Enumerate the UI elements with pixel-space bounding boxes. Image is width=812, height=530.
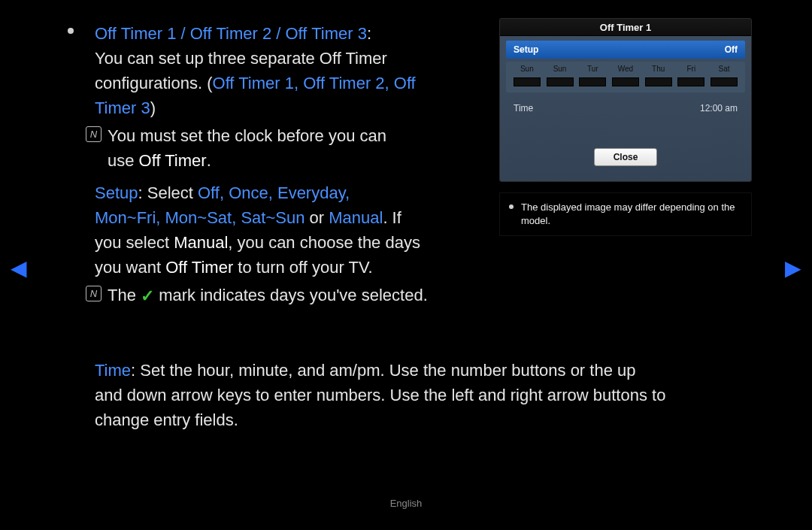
- day-checkbox[interactable]: [710, 77, 738, 86]
- time-description: Time: Set the hour, minute, and am/pm. U…: [95, 358, 743, 432]
- note1-bold: Off Timer: [139, 151, 207, 170]
- day-checkbox[interactable]: [579, 77, 606, 86]
- line3-bold: Timer 3: [95, 98, 150, 117]
- note2-b: mark indicates days you've selected.: [159, 286, 428, 304]
- day-checkbox[interactable]: [677, 77, 704, 86]
- day-label: Thu: [645, 65, 672, 73]
- panel-time-label: Time: [514, 103, 533, 114]
- day-checkbox[interactable]: [645, 77, 672, 86]
- line2a: configurations. (: [95, 74, 213, 92]
- nav-left-arrow[interactable]: ◀: [11, 256, 27, 280]
- note-icon: N: [86, 126, 102, 142]
- nav-right-arrow[interactable]: ▶: [785, 256, 801, 280]
- note-icon-2: N: [86, 286, 102, 301]
- bullet-icon: [68, 28, 74, 34]
- setup-line3-a: you select: [95, 233, 174, 252]
- setup-line2-end: . If: [383, 208, 401, 227]
- time-body3: change entry fields.: [95, 407, 743, 432]
- day-label: Wed: [612, 65, 639, 73]
- time-label: Time: [95, 361, 131, 380]
- line1: You can set up three separate Off Timer: [95, 46, 456, 71]
- panel-time-value: 12:00 am: [700, 103, 738, 114]
- day-label: Sun: [547, 65, 574, 73]
- title-text: Off Timer 1 / Off Timer 2 / Off Timer 3: [95, 24, 367, 43]
- setup-line4-a: you want: [95, 258, 165, 277]
- time-body1: : Set the hour, minute, and am/pm. Use t…: [131, 361, 635, 380]
- day-checkbox[interactable]: [547, 77, 574, 86]
- setup-line3-bold: Manual: [174, 233, 228, 252]
- setup-line4-bold: Off Timer: [165, 258, 233, 277]
- time-body2: and down arrow keys to enter numbers. Us…: [95, 383, 743, 407]
- footer-language: English: [390, 498, 423, 509]
- setup-label: Setup: [95, 183, 138, 202]
- check-icon: ✓: [141, 283, 154, 308]
- day-checkbox[interactable]: [612, 77, 639, 86]
- panel-title: Off Timer 1: [500, 19, 751, 36]
- main-text-column: Off Timer 1 / Off Timer 2 / Off Timer 3:…: [81, 21, 456, 308]
- setup-line2-mid: or: [304, 208, 329, 227]
- day-label: Sat: [710, 65, 738, 73]
- note1-c: .: [207, 151, 211, 170]
- line2-bold: Off Timer 1, Off Timer 2, Off: [213, 74, 416, 92]
- day-label: Fri: [677, 65, 704, 73]
- day-label: Tur: [579, 65, 606, 73]
- off-timer-panel: Off Timer 1 Setup Off Sun Sun Tur Wed Th…: [499, 18, 752, 182]
- day-checkbox[interactable]: [514, 77, 541, 86]
- setup-line2-blue: Mon~Fri, Mon~Sat, Sat~Sun: [95, 208, 304, 227]
- note1-a: You must set the clock before you can: [108, 126, 386, 145]
- panel-setup-row[interactable]: Setup Off: [506, 41, 745, 59]
- setup-line2-manual: Manual: [329, 208, 383, 227]
- panel-setup-value: Off: [725, 44, 738, 55]
- setup-line4-b: to turn off your TV.: [233, 258, 373, 277]
- note2-a: The: [108, 286, 141, 304]
- panel-time-row[interactable]: Time 12:00 am: [506, 97, 745, 148]
- panel-setup-label: Setup: [514, 44, 538, 55]
- panel-days[interactable]: Sun Sun Tur Wed Thu Fri Sat: [506, 62, 745, 92]
- setup-line3-b: , you can choose the days: [228, 233, 420, 252]
- setup-sep: : Select: [138, 183, 198, 202]
- close-button[interactable]: Close: [594, 148, 657, 166]
- note1-b: use: [108, 151, 139, 170]
- setup-vals: Off, Once, Everyday,: [198, 183, 350, 202]
- panel-caption: The displayed image may differ depending…: [499, 192, 752, 236]
- line3-close: ): [150, 98, 156, 117]
- day-label: Sun: [514, 65, 541, 73]
